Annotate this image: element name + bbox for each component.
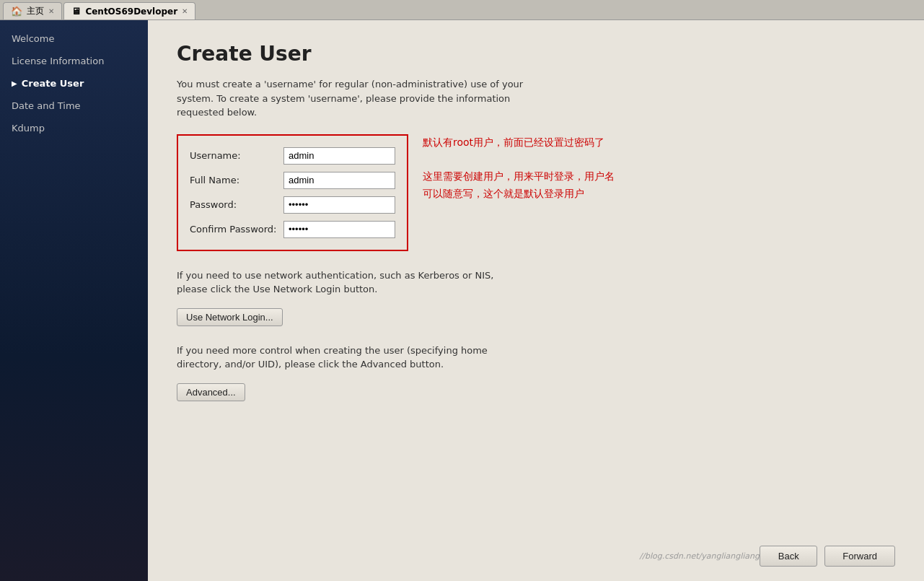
- sidebar-kdump-label: Kdump: [12, 123, 45, 134]
- annotation-line1: 默认有root用户，前面已经设置过密码了: [423, 134, 615, 152]
- confirm-password-input[interactable]: [283, 221, 395, 238]
- advanced-section-text: If you need more control when creating t…: [177, 344, 523, 372]
- password-input[interactable]: [283, 196, 395, 214]
- username-row: Username:: [190, 147, 395, 165]
- page-description: You must create a 'username' for regular…: [177, 77, 537, 120]
- page-title: Create User: [177, 42, 895, 66]
- user-form-box: Username: Full Name: Password: Confirm P…: [177, 134, 408, 251]
- bottom-navigation: Back Forward: [760, 546, 895, 567]
- sidebar-welcome-label: Welcome: [12, 33, 54, 44]
- home-icon: 🏠: [11, 6, 22, 17]
- back-button[interactable]: Back: [760, 546, 817, 567]
- fullname-row: Full Name:: [190, 172, 395, 189]
- sidebar-date-time-label: Date and Time: [12, 100, 81, 111]
- forward-button[interactable]: Forward: [824, 546, 895, 567]
- sidebar-item-welcome[interactable]: Welcome: [0, 27, 148, 50]
- annotation-line2: 这里需要创建用户，用来平时登录，用户名: [423, 168, 615, 185]
- tab-centos-close[interactable]: ✕: [182, 7, 188, 15]
- fullname-label: Full Name:: [190, 175, 283, 185]
- annotation-block: 默认有root用户，前面已经设置过密码了 这里需要创建用户，用来平时登录，用户名…: [423, 134, 615, 251]
- sidebar-item-create-user[interactable]: ▶ Create User: [0, 72, 148, 95]
- main-layout: Welcome License Information ▶ Create Use…: [0, 20, 924, 581]
- username-label: Username:: [190, 150, 283, 161]
- sidebar-create-user-label: Create User: [22, 78, 84, 89]
- confirm-password-label: Confirm Password:: [190, 224, 283, 235]
- password-row: Password:: [190, 196, 395, 214]
- centos-icon: 🖥: [71, 6, 81, 17]
- tab-centos[interactable]: 🖥 CentOS69Devloper ✕: [63, 2, 195, 19]
- confirm-password-row: Confirm Password:: [190, 221, 395, 238]
- content-area: Create User You must create a 'username'…: [148, 20, 924, 581]
- tab-home-label: 主页: [27, 5, 44, 17]
- arrow-icon: ▶: [12, 79, 17, 87]
- tab-bar: 🏠 主页 ✕ 🖥 CentOS69Devloper ✕: [0, 0, 924, 20]
- tab-home[interactable]: 🏠 主页 ✕: [3, 2, 62, 19]
- form-section: Username: Full Name: Password: Confirm P…: [177, 134, 895, 251]
- sidebar-item-license[interactable]: License Information: [0, 50, 148, 72]
- tab-centos-label: CentOS69Devloper: [85, 6, 177, 17]
- fullname-input[interactable]: [283, 172, 395, 189]
- sidebar-item-kdump[interactable]: Kdump: [0, 117, 148, 139]
- annotation-line3: 可以随意写，这个就是默认登录用户: [423, 185, 615, 203]
- sidebar: Welcome License Information ▶ Create Use…: [0, 20, 148, 581]
- sidebar-item-date-time[interactable]: Date and Time: [0, 95, 148, 117]
- use-network-login-button[interactable]: Use Network Login...: [177, 308, 283, 326]
- network-section-text: If you need to use network authenticatio…: [177, 268, 523, 297]
- tab-home-close[interactable]: ✕: [48, 7, 54, 15]
- advanced-button[interactable]: Advanced...: [177, 383, 245, 401]
- watermark: //blog.csdn.net/yangliangliang2011: [640, 551, 780, 561]
- password-label: Password:: [190, 199, 283, 210]
- username-input[interactable]: [283, 147, 395, 165]
- sidebar-license-label: License Information: [12, 56, 104, 66]
